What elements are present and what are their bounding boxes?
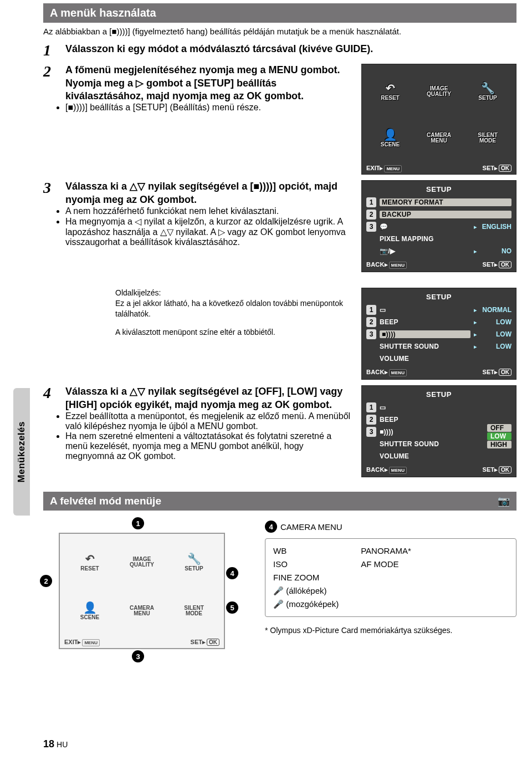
step3-bullet2: Ha megnyomja a ◁ nyilat a kijelzőn, a ku… — [65, 216, 351, 247]
back-indicator: BACK▸MENU — [366, 466, 407, 473]
cam-play-icon: 📷/▶ — [380, 247, 470, 255]
mainmenu-silent-mode: SILENT MODE — [466, 118, 509, 159]
setup-row-shutter-sound: SHUTTER SOUND▸LOW — [366, 341, 511, 352]
setup-row-beep: 2BEEP▸LOW — [366, 317, 511, 328]
mainmenu-reset: ↶RESET — [369, 71, 412, 112]
setup-row-pixel-mapping: PIXEL MAPPING — [366, 233, 511, 244]
mainmenu-reset: ↶RESET — [66, 540, 113, 584]
lcd-title: SETUP — [426, 390, 452, 399]
set-indicator: SET▸OK — [483, 165, 511, 172]
setup-row-sound-selected: 3■))))▸LOW — [366, 329, 511, 340]
brightness-icon: ▭ — [380, 306, 470, 314]
setup3-row-beep: 2BEEP — [366, 414, 484, 425]
back-indicator: BACK▸MENU — [366, 369, 407, 376]
option-off: OFF — [487, 424, 511, 432]
badge-3: 3 — [132, 650, 144, 662]
mainmenu-silent-mode: SILENT MODE — [171, 589, 217, 633]
option-high: HIGH — [487, 441, 511, 448]
badge-5: 5 — [226, 601, 238, 614]
exit-indicator: EXIT▸MENU — [64, 639, 100, 646]
setup-row-language: 3💬▸ENGLISH — [366, 221, 511, 232]
setup3-row-shutter-sound: SHUTTER SOUND — [366, 438, 484, 450]
lcd-title: SETUP — [426, 293, 452, 301]
mainmenu-camera-menu: CAMERA MENU — [417, 118, 461, 159]
setup-row-display: 📷/▶▸NO — [366, 246, 511, 257]
wrench-icon: 🔧 — [187, 553, 201, 565]
lcd-setup-page1: SETUP 1MEMORY FORMAT 2BACKUP 3💬▸ENGLISH … — [361, 180, 516, 272]
set-indicator: SET▸OK — [483, 466, 511, 473]
set-indicator: SET▸OK — [483, 369, 511, 376]
setup-row-memory-format: 1MEMORY FORMAT — [366, 197, 511, 208]
camera-icon: 📷 — [498, 495, 510, 507]
step2-text: A főmenü megjelenítéséhez nyomja meg a M… — [65, 64, 351, 103]
badge-2: 2 — [40, 575, 52, 587]
step3-text: Válassza ki a △▽ nyilak segítségével a [… — [65, 180, 351, 206]
setup-row-backup: 2BACKUP — [366, 209, 511, 220]
caption-page-indicator-desc: Ez a jel akkor látható, ha a következő o… — [115, 298, 351, 319]
caption-selected-color: A kiválasztott menüpont színe eltér a tö… — [115, 327, 351, 338]
reset-icon: ↶ — [85, 553, 95, 565]
step-number: 1 — [43, 43, 58, 58]
camera-menu-col1: WB ISO FINE ZOOM 🎤 (állóképek) 🎤 (mozgók… — [273, 544, 339, 611]
captions-row: Oldalkijelzés: Ez a jel akkor látható, h… — [43, 288, 516, 380]
setup3-row-brightness: 1▭ — [366, 402, 484, 413]
intro-text: Az alábbiakban a [■))))] (figyelmeztető … — [43, 26, 516, 37]
step3-bullet1: A nem hozzáférhető funkciókat nem lehet … — [65, 206, 351, 216]
step-2: 2 A főmenü megjelenítéséhez nyomja meg a… — [43, 64, 516, 175]
setup-row-brightness: 1▭▸NORMAL — [366, 304, 511, 315]
caption-page-indicator-label: Oldalkijelzés: — [115, 288, 351, 298]
footnote-xd-card: * Olympus xD-Picture Card memóriakártya … — [265, 626, 516, 635]
option-list: OFF LOW HIGH — [487, 402, 511, 462]
section-heading-shooting-menu: A felvétel mód menüje 📷 — [43, 492, 516, 511]
step-3: 3 Válassza ki a △▽ nyilak segítségével a… — [43, 180, 516, 272]
language-icon: 💬 — [380, 223, 470, 231]
step2-bullet1: [■))))] beállítás a [SETUP] (Beállítás) … — [65, 103, 351, 113]
step4-bullet1: Ezzel beállította a menüpontot, és megje… — [65, 411, 351, 431]
setup3-row-volume: VOLUME — [366, 451, 484, 462]
back-indicator: BACK▸MENU — [366, 261, 407, 268]
scene-icon: 👤 — [83, 602, 97, 614]
step4-bullet2: Ha nem szeretné elmenteni a változtatáso… — [65, 431, 351, 461]
lcd-main-menu-outline: ↶RESET IMAGE QUALITY 🔧SETUP 👤SCENE CAMER… — [59, 533, 225, 649]
mainmenu-setup: 🔧SETUP — [466, 71, 509, 112]
badge-4-label: 4 — [265, 521, 277, 533]
mainmenu-image-quality: IMAGE QUALITY — [119, 540, 165, 584]
lcd-title: SETUP — [426, 185, 452, 193]
reset-icon: ↶ — [386, 83, 395, 94]
section-heading-menu-usage: A menük használata — [43, 3, 516, 23]
mainmenu-setup: 🔧SETUP — [171, 540, 217, 584]
mainmenu-scene: 👤SCENE — [369, 118, 412, 159]
mainmenu-camera-menu: CAMERA MENU — [119, 589, 165, 633]
badge-4: 4 — [226, 567, 238, 579]
badge-1: 1 — [132, 517, 144, 529]
side-tab-menukezeles: Menükezelés — [13, 388, 30, 516]
lcd-main-menu: ↶RESET IMAGE QUALITY 🔧SETUP 👤SCENE CAMER… — [361, 64, 516, 175]
step-1: 1 Válasszon ki egy módot a módválasztó t… — [43, 43, 516, 58]
step-4: 4 Válassza ki a △▽ nyilak segítségével a… — [43, 385, 516, 477]
set-indicator: SET▸OK — [483, 261, 511, 268]
mainmenu-scene: 👤SCENE — [66, 589, 113, 633]
exit-indicator: EXIT▸MENU — [366, 165, 402, 172]
lcd-setup-page3: SETUP 1▭ 2BEEP 3■)))) SHUTTER SOUND VOLU… — [361, 385, 516, 477]
mainmenu-image-quality: IMAGE QUALITY — [417, 71, 461, 112]
option-low-selected: LOW — [487, 432, 511, 440]
scene-icon: 👤 — [383, 129, 397, 141]
setup-row-volume: VOLUME — [366, 353, 511, 364]
camera-menu-col2: PANORAMA* AF MODE — [361, 544, 411, 611]
brightness-icon: ▭ — [380, 404, 484, 411]
setup3-row-sound: 3■)))) — [366, 426, 484, 437]
page-number: 18HU — [43, 738, 68, 750]
step-number: 2 — [43, 64, 58, 175]
wrench-icon: 🔧 — [481, 83, 495, 94]
step4-text: Válassza ki a △▽ nyilak segítségével az … — [65, 385, 351, 411]
lcd-setup-page2: SETUP 1▭▸NORMAL 2BEEP▸LOW 3■))))▸LOW SHU… — [361, 288, 516, 380]
set-indicator: SET▸OK — [191, 639, 219, 646]
step1-text: Válasszon ki egy módot a módválasztó tár… — [65, 43, 516, 55]
camera-menu-label: CAMERA MENU — [280, 522, 342, 532]
camera-menu-diagram: 1 2 3 4 5 ↶RESET IMAGE QUALITY 🔧SETUP 👤S… — [43, 521, 248, 649]
